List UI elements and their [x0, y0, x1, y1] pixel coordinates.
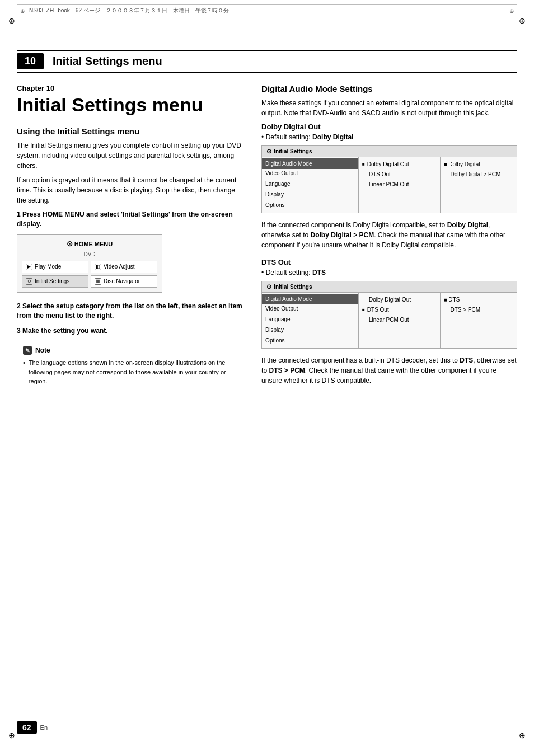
step-1: 1 Press HOME MENU and select 'Initial Se…	[17, 210, 243, 229]
dts-col-2: Dolby Digital Out DTS Out Linear PCM Out	[359, 293, 441, 348]
dts-row-options: Options	[265, 335, 355, 346]
header-title: Initial Settings menu	[53, 55, 162, 68]
note-box: ✎ Note The language options shown in the…	[17, 341, 243, 393]
dolby-heading: Dolby Digital Out	[261, 123, 517, 131]
dolby-row-video: Video Output	[265, 168, 355, 179]
dts-opt-dolby-out: Dolby Digital Out	[362, 295, 437, 305]
para-2: If an option is grayed out it means that…	[17, 175, 243, 205]
dolby-default: Default setting: Dolby Digital	[261, 133, 517, 141]
dts-settings-header: ⊙ Initial Settings	[262, 281, 517, 293]
note-text: The language options shown in the on-scr…	[23, 358, 237, 386]
dts-row-video: Video Output	[265, 303, 355, 314]
dts-opt-dts-out: DTS Out	[362, 305, 437, 315]
chapter-label: Chapter 10	[17, 84, 243, 92]
reg-mark-bl: ⊕	[7, 730, 17, 740]
dolby-settings-body: Digital Audio Mode Video Output Language…	[262, 157, 517, 213]
dolby-choice-pcm: Dolby Digital > PCM	[444, 170, 513, 180]
menu-item-play-mode: ▶ Play Mode	[22, 261, 88, 273]
initial-settings-icon: ⊙	[26, 278, 32, 285]
page-footer: 62 En	[17, 721, 48, 734]
home-menu-grid: ▶ Play Mode ◧ Video Adjust ⊙ Initial Set…	[22, 261, 157, 288]
dolby-row-options: Options	[265, 200, 355, 210]
header-bar: 10 Initial Settings menu	[17, 50, 517, 73]
dts-choice-dts: ■ DTS	[444, 295, 513, 305]
dts-settings-title: Initial Settings	[274, 284, 312, 290]
menu-item-video-adjust: ◧ Video Adjust	[91, 261, 157, 273]
video-adjust-icon: ◧	[95, 264, 101, 270]
dts-para: If the connected component has a built-i…	[261, 355, 517, 386]
dts-settings-icon: ⊙	[266, 283, 271, 290]
step-2: 2 Select the setup category from the lis…	[17, 302, 243, 321]
initial-settings-label: Initial Settings	[35, 278, 69, 284]
section-heading-using: Using the Initial Settings menu	[17, 126, 243, 136]
disc-navigator-label: Disc Navigator	[104, 278, 140, 284]
dolby-row-display: Display	[265, 189, 355, 200]
dolby-settings-icon: ⊙	[266, 148, 271, 155]
note-title: ✎ Note	[23, 346, 237, 355]
dolby-settings-header: ⊙ Initial Settings	[262, 146, 517, 157]
page-title: Initial Settings menu	[17, 95, 243, 115]
note-icon: ✎	[23, 346, 32, 355]
dts-settings-box: ⊙ Initial Settings Digital Audio Mode Vi…	[261, 281, 517, 349]
home-menu-illustration: ⊙ HOME MENU DVD ▶ Play Mode ◧ Video Adju…	[17, 234, 162, 293]
para-1: The Initial Settings menu gives you comp…	[17, 140, 243, 171]
menu-item-disc-navigator: ▦ Disc Navigator	[91, 275, 157, 288]
dts-col-1: Digital Audio Mode Video Output Language…	[262, 293, 359, 348]
dolby-choice-dolby: ■ Dolby Digital	[444, 159, 513, 170]
dolby-col-1: Digital Audio Mode Video Output Language…	[262, 157, 359, 213]
dts-opt-linear: Linear PCM Out	[362, 315, 437, 325]
reg-mark-br: ⊕	[517, 730, 527, 740]
reg-mark-tr: ⊕	[517, 16, 527, 26]
step-3: 3 Make the setting you want.	[17, 326, 243, 336]
section-heading-digital: Digital Audio Mode Settings	[261, 84, 517, 93]
page-lang: En	[40, 724, 48, 731]
dolby-opt-linear: Linear PCM Out	[362, 180, 437, 190]
dts-choice-pcm: DTS > PCM	[444, 305, 513, 315]
dts-row-language: Language	[265, 314, 355, 325]
reg-mark-tl: ⊕	[7, 16, 17, 26]
page-number: 62	[17, 721, 37, 734]
chapter-number: 10	[17, 53, 44, 69]
home-menu-label: HOME MENU	[74, 241, 113, 247]
dolby-col-3: ■ Dolby Digital Dolby Digital > PCM	[441, 157, 517, 213]
dolby-opt-dts-out: DTS Out	[362, 170, 437, 180]
dolby-row-language: Language	[265, 179, 355, 189]
dts-default: Default setting: DTS	[261, 269, 517, 276]
digital-intro: Make these settings if you connect an ex…	[261, 98, 517, 118]
dolby-col-2: Dolby Digital Out DTS Out Linear PCM Out	[359, 157, 441, 213]
disc-navigator-icon: ▦	[95, 278, 101, 285]
right-column: Digital Audio Mode Settings Make these s…	[257, 84, 517, 399]
play-mode-label: Play Mode	[35, 264, 61, 270]
japanese-strip: ⊕ NS03_ZFL.book 62 ページ ２０００３年７月３１日 木曜日 午…	[17, 4, 517, 16]
video-adjust-label: Video Adjust	[104, 264, 134, 270]
dts-heading: DTS Out	[261, 258, 517, 266]
note-bullet-1: The language options shown in the on-scr…	[23, 358, 237, 386]
dts-settings-body: Digital Audio Mode Video Output Language…	[262, 293, 517, 348]
dolby-opt-dolby-out: Dolby Digital Out	[362, 159, 437, 170]
dolby-settings-title: Initial Settings	[274, 148, 312, 154]
home-menu-dvd: DVD	[22, 251, 157, 257]
menu-item-initial-settings: ⊙ Initial Settings	[22, 275, 88, 288]
dolby-para: If the connected component is Dolby Digi…	[261, 220, 517, 250]
dolby-settings-box: ⊙ Initial Settings Digital Audio Mode Vi…	[261, 145, 517, 213]
play-mode-icon: ▶	[26, 264, 32, 270]
dts-row-display: Display	[265, 325, 355, 335]
dts-col-3: ■ DTS DTS > PCM	[441, 293, 517, 348]
left-column: Chapter 10 Initial Settings menu Using t…	[17, 84, 257, 399]
home-menu-icon-row: ⊙ HOME MENU	[22, 240, 157, 248]
